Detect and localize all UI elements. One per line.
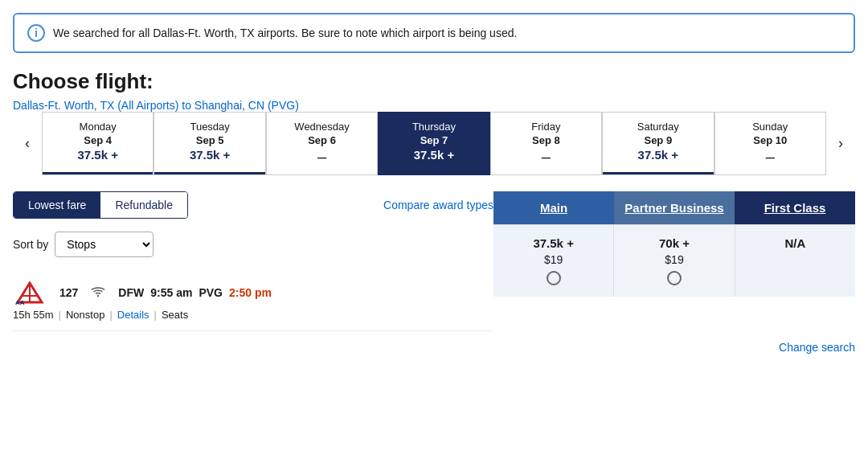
origin-code: DFW — [118, 286, 144, 299]
date-day: Monday — [49, 121, 146, 133]
date-cell-fri-sep8[interactable]: Friday Sep 8 – — [490, 112, 602, 175]
flight-top: AA 127 DFW 9:55 am PVG 2:50 pm — [13, 280, 493, 305]
dates-container: Monday Sep 4 37.5k + Tuesday Sep 5 37.5k… — [42, 112, 826, 175]
change-search-link[interactable]: Change search — [779, 341, 855, 354]
flight-number: 127 — [59, 286, 78, 299]
date-day: Wednesday — [273, 121, 371, 133]
date-price: 37.5k + — [161, 148, 258, 162]
flight-duration: 15h 55m — [13, 309, 54, 321]
main-col-header[interactable]: Main — [493, 191, 614, 224]
pricing-grid: Main Partner Business First Class 37.5k … — [493, 191, 855, 297]
date-cell-wed-sep6[interactable]: Wednesday Sep 6 – — [266, 112, 378, 175]
sort-row: Sort by Stops Departure Arrival Duration — [13, 232, 493, 257]
info-banner: i We searched for all Dallas-Ft. Worth, … — [13, 13, 855, 53]
date-day: Saturday — [609, 121, 706, 133]
partner-price-cash: $19 — [620, 253, 727, 266]
page-title: Choose flight: — [13, 69, 855, 94]
wifi-icon — [91, 286, 105, 300]
sort-select[interactable]: Stops Departure Arrival Duration — [55, 232, 154, 257]
date-price: – — [497, 148, 595, 166]
dest-code: PVG — [199, 286, 223, 299]
next-date-arrow[interactable]: › — [826, 129, 855, 158]
date-monthday: Sep 6 — [273, 134, 371, 146]
date-day: Thursday — [385, 121, 482, 133]
partner-price-cell[interactable]: 70k + $19 — [614, 225, 735, 297]
first-price-cell: N/A — [735, 225, 855, 297]
date-price: 37.5k + — [385, 148, 482, 162]
date-selector: ‹ Monday Sep 4 37.5k + Tuesday Sep 5 37.… — [13, 112, 855, 175]
date-cell-tue-sep5[interactable]: Tuesday Sep 5 37.5k + — [154, 112, 265, 175]
aa-logo-icon: AA — [13, 280, 47, 305]
date-monthday: Sep 7 — [385, 134, 482, 146]
date-cell-thu-sep7[interactable]: Thursday Sep 7 37.5k + — [378, 112, 489, 175]
partner-radio[interactable] — [667, 271, 682, 285]
date-price: – — [273, 148, 371, 166]
date-day: Friday — [497, 121, 595, 133]
sort-label: Sort by — [13, 238, 48, 251]
flight-row: AA 127 DFW 9:55 am PVG 2:50 pm — [13, 270, 493, 331]
partner-col-header[interactable]: Partner Business — [614, 191, 735, 224]
compare-award-link[interactable]: Compare award types — [383, 199, 493, 211]
date-monthday: Sep 8 — [497, 134, 595, 146]
first-col-header[interactable]: First Class — [735, 191, 855, 224]
lowest-fare-tab[interactable]: Lowest fare — [14, 192, 100, 218]
date-cell-sat-sep9[interactable]: Saturday Sep 9 37.5k + — [602, 112, 714, 175]
date-monthday: Sep 5 — [161, 134, 258, 146]
seats-label: Seats — [162, 309, 188, 321]
svg-text:AA: AA — [15, 299, 25, 305]
bottom-row: Change search — [13, 341, 855, 354]
date-monthday: Sep 9 — [609, 134, 706, 146]
pricing-data-row: 37.5k + $19 70k + $19 N/A — [493, 224, 855, 297]
details-link[interactable]: Details — [117, 309, 149, 321]
flight-bottom: 15h 55m | Nonstop | Details | Seats — [13, 309, 493, 321]
date-day: Sunday — [722, 121, 819, 133]
partner-price-amount: 70k + — [620, 236, 727, 250]
info-icon: i — [27, 24, 45, 42]
fare-tabs: Lowest fare Refundable — [13, 191, 188, 219]
main-price-cash: $19 — [500, 253, 607, 266]
banner-text: We searched for all Dallas-Ft. Worth, TX… — [53, 27, 517, 39]
date-cell-sun-sep10[interactable]: Sunday Sep 10 – — [714, 112, 826, 175]
pricing-headers: Main Partner Business First Class — [493, 191, 855, 224]
svg-point-4 — [97, 294, 99, 296]
flight-times: DFW 9:55 am PVG 2:50 pm — [118, 286, 272, 299]
date-day: Tuesday — [161, 121, 258, 133]
arrive-time: 2:50 pm — [229, 286, 272, 299]
first-price-na: N/A — [742, 236, 849, 250]
airline-logo: AA — [13, 280, 47, 305]
date-cell-mon-sep4[interactable]: Monday Sep 4 37.5k + — [42, 112, 154, 175]
depart-time: 9:55 am — [150, 286, 192, 299]
controls-row: Lowest fare Refundable Compare award typ… — [13, 191, 493, 219]
main-price-amount: 37.5k + — [500, 236, 607, 250]
date-price: 37.5k + — [49, 148, 146, 162]
main-radio[interactable] — [547, 271, 561, 285]
flight-stops: Nonstop — [66, 309, 104, 321]
date-price: – — [722, 148, 819, 166]
left-controls: Lowest fare Refundable Compare award typ… — [13, 191, 493, 331]
date-monthday: Sep 4 — [49, 134, 146, 146]
refundable-tab[interactable]: Refundable — [100, 192, 187, 218]
route-subtitle[interactable]: Dallas-Ft. Worth, TX (All Airports) to S… — [13, 99, 299, 112]
prev-date-arrow[interactable]: ‹ — [13, 129, 42, 158]
main-price-cell[interactable]: 37.5k + $19 — [493, 225, 614, 297]
date-price: 37.5k + — [609, 148, 706, 162]
date-monthday: Sep 10 — [722, 134, 819, 146]
